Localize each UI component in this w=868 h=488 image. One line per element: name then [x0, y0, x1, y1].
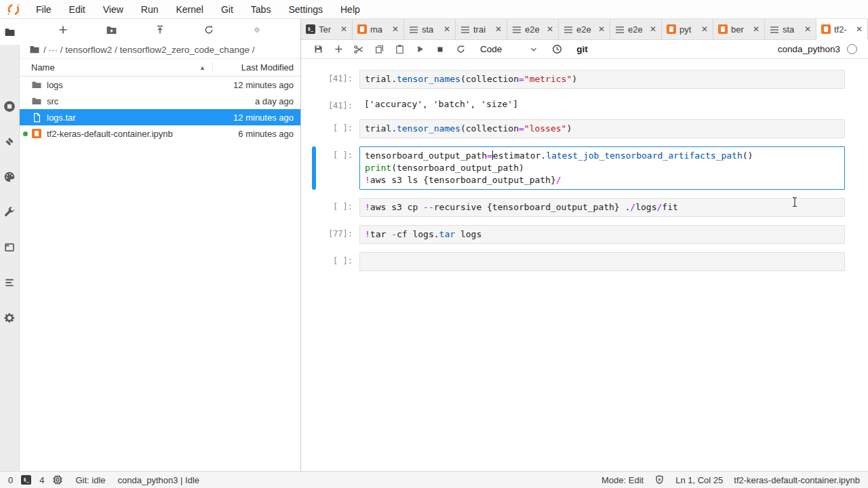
upload-button[interactable]: [152, 22, 168, 38]
active-file-name[interactable]: tf2-keras-default-container.ipynb: [734, 475, 860, 485]
trust-shield-icon[interactable]: [654, 474, 665, 485]
sidebar-item-open-tabs[interactable]: [0, 235, 20, 260]
stop-kernel-button[interactable]: [430, 41, 450, 58]
kernel-status[interactable]: conda_python3 | Idle: [118, 475, 199, 485]
file-row[interactable]: srca day ago: [20, 93, 300, 109]
tab-ma[interactable]: ma✕: [353, 19, 404, 39]
sort-asc-icon: ▲: [199, 64, 205, 71]
close-icon[interactable]: ✕: [804, 25, 811, 33]
running-sessions-icon: [3, 100, 16, 113]
close-icon[interactable]: ✕: [495, 25, 502, 33]
tab-e2e[interactable]: e2e✕: [559, 19, 610, 39]
new-folder-button[interactable]: [103, 22, 119, 38]
close-icon[interactable]: ✕: [753, 25, 760, 33]
new-launcher-button[interactable]: [55, 22, 71, 38]
sidebar-item-running-sessions[interactable]: [0, 94, 20, 119]
code-editor[interactable]: tensorboard_output_path=estimator.latest…: [359, 146, 845, 190]
command-mode-indicator[interactable]: Mode: Edit: [601, 475, 644, 485]
cursor-position[interactable]: Ln 1, Col 25: [675, 475, 723, 485]
file-modified: 6 minutes ago: [238, 129, 294, 139]
menu-run[interactable]: Run: [132, 4, 167, 15]
file-row[interactable]: logs.tar12 minutes ago: [20, 109, 300, 125]
git-clone-button[interactable]: [249, 22, 265, 38]
close-icon[interactable]: ✕: [340, 25, 347, 33]
tab-sta[interactable]: sta✕: [765, 19, 816, 39]
close-icon[interactable]: ✕: [856, 25, 863, 33]
stop-icon: [435, 45, 445, 54]
menu-view[interactable]: View: [94, 4, 132, 15]
menu-file[interactable]: File: [27, 4, 60, 15]
tab-tf2[interactable]: tf2-✕: [816, 19, 868, 40]
sidebar-item-commands-palette[interactable]: [0, 164, 20, 190]
file-row[interactable]: tf2-keras-default-container.ipynb6 minut…: [20, 125, 300, 142]
git-status[interactable]: Git: idle: [75, 475, 105, 485]
close-icon[interactable]: ✕: [701, 25, 708, 33]
sidebar-item-property-inspector[interactable]: [0, 199, 20, 225]
code-editor[interactable]: trial.tensor_names(collection="losses"): [359, 119, 845, 138]
column-last-modified[interactable]: Last Modified: [212, 62, 300, 73]
tab-trai[interactable]: trai✕: [456, 19, 507, 39]
file-name: logs.tar: [47, 113, 233, 123]
close-icon[interactable]: ✕: [443, 25, 450, 33]
sidebar-item-table-of-contents[interactable]: [0, 270, 20, 296]
execution-time-button[interactable]: [547, 41, 567, 58]
notebook-cell[interactable]: [41]:trial.tensor_names(collection="metr…: [301, 70, 868, 89]
code-editor[interactable]: [359, 252, 845, 271]
home-folder-icon: [29, 44, 40, 55]
menu-settings[interactable]: Settings: [279, 4, 332, 15]
cut-cells-button[interactable]: [349, 41, 369, 58]
notebook-cell[interactable]: [ ]:: [301, 252, 868, 271]
cell-type-select[interactable]: Code: [480, 44, 538, 54]
close-icon[interactable]: ✕: [392, 25, 399, 33]
paste-cells-button[interactable]: [389, 41, 410, 58]
code-editor[interactable]: !aws s3 cp --recursive {tensorboard_outp…: [359, 198, 845, 217]
menu-edit[interactable]: Edit: [60, 4, 94, 15]
notebook-icon: [357, 24, 367, 34]
tab-pyt[interactable]: pyt✕: [662, 19, 713, 39]
close-icon[interactable]: ✕: [598, 25, 605, 33]
git-toolbar-button[interactable]: git: [576, 44, 588, 54]
tab-e2e[interactable]: e2e✕: [507, 19, 559, 39]
menu-kernel[interactable]: Kernel: [167, 4, 212, 15]
kernel-count[interactable]: 4: [39, 475, 44, 485]
refresh-button[interactable]: [201, 22, 217, 38]
notebook-cell[interactable]: [ ]:tensorboard_output_path=estimator.la…: [301, 146, 868, 190]
restart-kernel-button[interactable]: [450, 41, 471, 58]
code-editor[interactable]: trial.tensor_names(collection="metrics"): [359, 70, 845, 89]
sidebar-item-git[interactable]: [0, 129, 20, 155]
menu-git[interactable]: Git: [212, 4, 242, 15]
notebook-icon: [821, 24, 831, 34]
folder-icon: [4, 26, 16, 38]
file-modified: a day ago: [255, 96, 294, 106]
notebook-cell[interactable]: [77]:!tar -cf logs.tar logs: [301, 225, 868, 244]
kernel-status-icon[interactable]: [847, 44, 857, 54]
git-clone-icon: [252, 24, 262, 35]
cell-output-area[interactable]: [41]:['accuracy', 'batch', 'size']: [301, 97, 868, 111]
copy-cells-button[interactable]: [369, 41, 389, 58]
file-row[interactable]: logs12 minutes ago: [20, 77, 300, 93]
wrench-icon: [3, 206, 16, 218]
column-name[interactable]: Name ▲: [20, 62, 212, 73]
close-icon[interactable]: ✕: [650, 25, 656, 33]
menu-tabs[interactable]: Tabs: [242, 4, 280, 15]
save-button[interactable]: [308, 41, 328, 58]
code-editor[interactable]: !tar -cf logs.tar logs: [359, 225, 845, 244]
sidebar-item-file-browser[interactable]: [0, 19, 20, 45]
breadcrumb[interactable]: / ··· / tensorflow2 / tensorflow2_zero_c…: [20, 41, 300, 58]
menu-help[interactable]: Help: [332, 4, 369, 15]
notebook-panel[interactable]: [41]:trial.tensor_names(collection="metr…: [301, 59, 868, 471]
text-icon: [770, 24, 779, 34]
terminal-count[interactable]: 0: [8, 475, 13, 485]
kernel-name[interactable]: conda_python3: [778, 44, 840, 54]
close-icon[interactable]: ✕: [547, 25, 553, 33]
notebook-cell[interactable]: [ ]:!aws s3 cp --recursive {tensorboard_…: [301, 198, 868, 217]
folder-icon: [31, 96, 42, 106]
tab-sta[interactable]: sta✕: [404, 19, 456, 39]
sidebar-item-extensions[interactable]: [0, 305, 20, 331]
notebook-cell[interactable]: [ ]:trial.tensor_names(collection="losse…: [301, 119, 868, 138]
run-cell-button[interactable]: [410, 41, 430, 58]
tab-e2e[interactable]: e2e✕: [610, 19, 662, 39]
add-cell-button[interactable]: [328, 41, 349, 58]
tab-ber[interactable]: ber✕: [713, 19, 765, 39]
tab-ter[interactable]: $_Ter✕: [301, 19, 353, 39]
